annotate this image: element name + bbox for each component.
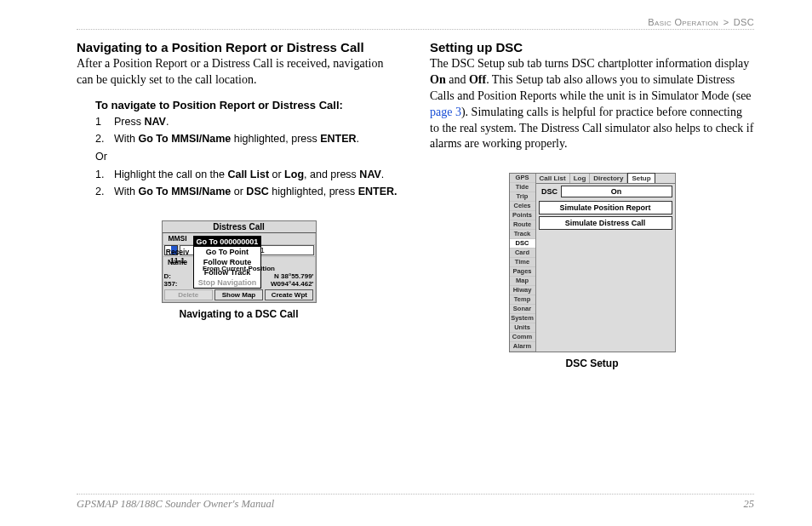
figure1-caption: Navigating to a DSC Call xyxy=(77,308,401,320)
sidetab-tide: Tide xyxy=(510,183,535,192)
page-number: 25 xyxy=(744,498,755,511)
or-divider: Or xyxy=(95,151,401,163)
delete-button: Delete xyxy=(164,289,213,300)
sidetab-system: System xyxy=(510,314,535,323)
lon-value: W094°44.462' xyxy=(271,280,313,288)
heading-navigate: Navigating to a Position Report or Distr… xyxy=(77,40,401,54)
sidetab-trip: Trip xyxy=(510,192,535,202)
sidetab-route: Route xyxy=(510,220,535,230)
sidetab-map: Map xyxy=(510,277,535,286)
simulate-position-button: Simulate Position Report xyxy=(539,201,672,214)
figure-distress-call: Distress Call MMSI 000000001 Name Go To … xyxy=(77,220,401,320)
tab-log: Log xyxy=(570,174,591,183)
sidetab-hiway: Hiway xyxy=(510,286,535,295)
shot1-title: Distress Call xyxy=(163,221,316,233)
footer: GPSMAP 188/188C Sounder Owner's Manual 2… xyxy=(77,494,754,511)
breadcrumb-page: DSC xyxy=(734,17,754,27)
steps-list-2: 1. Highlight the call on the Call List o… xyxy=(95,166,401,200)
step-alt-1: 1. Highlight the call on the Call List o… xyxy=(95,166,401,183)
nav-menu: Go To 000000001 Go To Point Follow Route… xyxy=(193,236,262,289)
sidetab-time: Time xyxy=(510,258,535,267)
steps-list-1: 1 Press NAV. 2. With Go To MMSI/Name hig… xyxy=(95,113,401,147)
sidetab-points: Points xyxy=(510,211,535,220)
flag-icon xyxy=(164,245,178,255)
top-tabs: Call List Log Directory Setup xyxy=(536,174,675,184)
sidetab-pages: Pages xyxy=(510,267,535,277)
heading-dsc-setup: Setting up DSC xyxy=(430,40,754,54)
create-wpt-button: Create Wpt xyxy=(265,289,313,300)
dsc-paragraph: The DSC Setup sub tab turns DSC chartplo… xyxy=(430,56,754,152)
tab-directory: Directory xyxy=(590,174,627,183)
lat-value: N 38°55.799' xyxy=(274,272,313,280)
sidetab-units: Units xyxy=(510,323,535,333)
figure-dsc-setup: GPSTideTripCelesPointsRouteTrackDSCCardT… xyxy=(430,173,754,369)
tab-call-list: Call List xyxy=(536,174,570,183)
step-alt-2: 2. With Go To MMSI/Name or DSC highlight… xyxy=(95,183,401,200)
sidetab-gps: GPS xyxy=(510,174,535,183)
show-map-button: Show Map xyxy=(214,289,263,300)
tab-setup: Setup xyxy=(627,173,655,183)
sidetab-card: Card xyxy=(510,249,535,258)
sidetab-dsc: DSC xyxy=(510,239,535,249)
manual-title: GPSMAP 188/188C Sounder Owner's Manual xyxy=(77,498,274,511)
menu-goto-mmsi: Go To 000000001 xyxy=(194,237,261,247)
menu-stop-nav: Stop Navigation xyxy=(194,277,261,288)
step-2: 2. With Go To MMSI/Name highlighted, pre… xyxy=(95,130,401,147)
screenshot-distress-call: Distress Call MMSI 000000001 Name Go To … xyxy=(162,220,317,303)
sidetab-alarm: Alarm xyxy=(510,342,535,352)
subheading-steps: To navigate to Position Report or Distre… xyxy=(95,99,401,111)
figure2-caption: DSC Setup xyxy=(430,357,754,369)
menu-goto-point: Go To Point xyxy=(194,247,261,257)
dsc-label: DSC xyxy=(539,187,561,196)
breadcrumb: Basic Operation > DSC xyxy=(77,17,754,30)
screenshot-dsc-setup: GPSTideTripCelesPointsRouteTrackDSCCardT… xyxy=(509,173,676,352)
sidetab-temp: Temp xyxy=(510,295,535,305)
dsc-value: On xyxy=(561,186,672,197)
sidetab-celes: Celes xyxy=(510,202,535,211)
side-tabs: GPSTideTripCelesPointsRouteTrackDSCCardT… xyxy=(510,174,536,352)
sidetab-comm: Comm xyxy=(510,333,535,342)
simulate-distress-button: Simulate Distress Call xyxy=(539,216,672,230)
page-link[interactable]: page 3 xyxy=(430,106,461,118)
intro-paragraph: After a Position Report or a Distress Ca… xyxy=(77,56,401,89)
step-1: 1 Press NAV. xyxy=(95,113,401,130)
sidetab-track: Track xyxy=(510,230,535,239)
sidetab-sonar: Sonar xyxy=(510,305,535,314)
breadcrumb-section: Basic Operation xyxy=(648,17,718,27)
left-column: Navigating to a Position Report or Distr… xyxy=(77,38,401,369)
right-column: Setting up DSC The DSC Setup sub tab tur… xyxy=(430,38,754,369)
